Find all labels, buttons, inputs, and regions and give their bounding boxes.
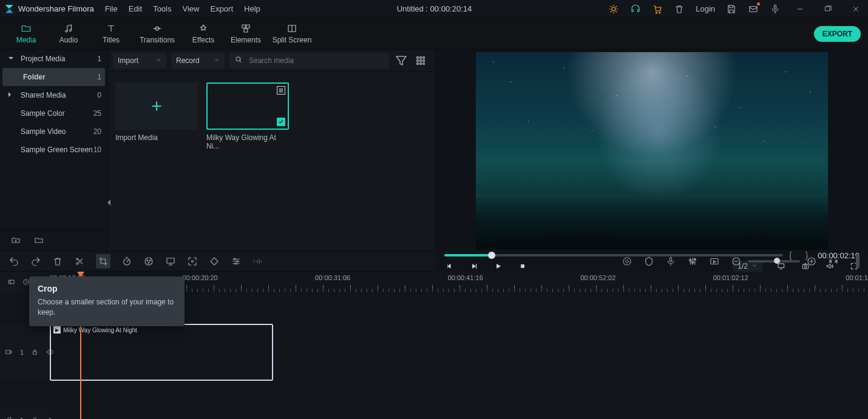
svg-point-33 [148, 262, 149, 263]
video-track: 1 ▶ Milky Way Glowing At Night [0, 324, 868, 381]
svg-rect-5 [826, 6, 830, 10]
menu-export[interactable]: Export [210, 4, 233, 13]
delete-icon[interactable] [52, 256, 63, 267]
menubar: File Edit Tools View Export Help [105, 4, 260, 13]
svg-point-17 [420, 59, 422, 61]
svg-point-15 [423, 56, 425, 58]
support-icon[interactable] [630, 4, 641, 15]
hint-icon[interactable] [608, 4, 619, 15]
clip-add-icon[interactable]: ⊞ [277, 86, 285, 95]
svg-rect-48 [9, 280, 14, 284]
menu-view[interactable]: View [182, 4, 199, 13]
speed-icon[interactable] [121, 256, 132, 267]
audio-sync-icon[interactable] [253, 256, 263, 267]
tab-elements[interactable]: Elements [225, 23, 267, 44]
svg-point-18 [423, 59, 425, 61]
tab-audio[interactable]: Audio [47, 23, 90, 44]
tab-titles[interactable]: Titles [90, 23, 132, 44]
svg-point-16 [417, 59, 419, 61]
media-sidebar: Project Media 1 Folder 1 Shared Media 0 … [0, 50, 108, 251]
clip-play-icon: ▶ [53, 326, 61, 334]
prev-frame-button[interactable] [444, 261, 455, 272]
app-logo-icon [5, 5, 13, 13]
svg-rect-50 [6, 350, 10, 353]
tab-split-label: Split Screen [273, 36, 312, 44]
record-dropdown[interactable]: Record [171, 53, 225, 69]
sidebar-collapse-button[interactable] [106, 198, 110, 207]
fit-timeline-icon[interactable] [828, 256, 839, 267]
chevron-down-icon [155, 56, 161, 65]
login-button[interactable]: Login [696, 4, 715, 13]
seek-bar[interactable] [444, 250, 783, 261]
tab-transitions[interactable]: Transitions [132, 23, 182, 44]
menu-file[interactable]: File [105, 4, 118, 13]
stop-button[interactable] [517, 261, 528, 272]
svg-point-21 [423, 62, 425, 64]
menu-help[interactable]: Help [244, 4, 260, 13]
sidebar-item-sample-color[interactable]: Sample Color 25 [0, 104, 107, 122]
media-panel: Project Media 1 Folder 1 Shared Media 0 … [0, 50, 436, 251]
tab-split-screen[interactable]: Split Screen [267, 23, 317, 44]
timeline-clip[interactable]: ▶ Milky Way Glowing At Night [50, 324, 273, 381]
play-button[interactable] [493, 261, 504, 272]
timeline-scrollbar-handle[interactable] [856, 255, 860, 268]
zoom-slider[interactable] [748, 260, 800, 263]
menu-tools[interactable]: Tools [153, 4, 171, 13]
color-icon[interactable] [143, 256, 154, 267]
timeline-collapse-icon[interactable] [7, 278, 16, 288]
svg-rect-9 [246, 25, 249, 28]
new-folder-icon[interactable] [11, 235, 21, 247]
svg-point-31 [147, 260, 148, 261]
media-grid: Import Media ⊞ Milky Way Glowing At Ni..… [108, 72, 435, 251]
sidebar-item-project-media[interactable]: Project Media 1 [0, 50, 107, 68]
svg-point-32 [149, 260, 151, 261]
import-media-cell[interactable]: Import Media [115, 82, 198, 150]
preview-stage[interactable] [436, 50, 868, 250]
mail-icon[interactable] [748, 4, 759, 15]
audio-track-index: 1 [20, 417, 24, 419]
mic-icon[interactable] [770, 4, 781, 15]
maximize-button[interactable] [819, 0, 836, 18]
filter-icon[interactable] [394, 53, 409, 68]
split-icon[interactable] [74, 256, 85, 267]
svg-point-1 [656, 12, 657, 13]
export-button[interactable]: EXPORT [814, 26, 861, 42]
sidebar-item-folder[interactable]: Folder 1 [2, 68, 105, 86]
svg-rect-3 [750, 6, 757, 12]
search-input[interactable] [248, 56, 384, 65]
menu-edit[interactable]: Edit [129, 4, 142, 13]
grid-view-icon[interactable] [413, 53, 428, 68]
green-screen-icon[interactable] [165, 256, 176, 267]
tooltip-crop: Crop Choose a smaller section of your im… [29, 277, 185, 326]
sidebar-item-sample-green-screen[interactable]: Sample Green Screen 10 [0, 141, 107, 159]
module-tabs: Media Audio Titles Transitions Effects E… [0, 18, 868, 50]
cart-icon[interactable] [652, 4, 663, 15]
svg-rect-22 [476, 264, 476, 269]
tooltip-title: Crop [38, 284, 176, 293]
document-title: Untitled : 00:00:20:14 [260, 4, 608, 13]
trash-icon[interactable] [674, 4, 685, 15]
undo-icon[interactable] [8, 256, 19, 267]
tab-effects[interactable]: Effects [182, 23, 225, 44]
tab-media-label: Media [16, 36, 36, 44]
lock-icon[interactable] [31, 416, 39, 420]
folder-icon[interactable] [34, 235, 44, 247]
minimize-button[interactable] [792, 0, 809, 18]
motion-tracking-icon[interactable] [187, 256, 198, 267]
media-clip[interactable]: ⊞ Milky Way Glowing At Ni... [206, 82, 289, 150]
close-button[interactable] [847, 0, 864, 18]
sidebar-item-sample-video[interactable]: Sample Video 20 [0, 122, 107, 141]
keyframe-icon[interactable] [209, 256, 220, 267]
sidebar-item-shared-media[interactable]: Shared Media 0 [0, 86, 107, 104]
zoom-in-icon[interactable] [806, 256, 817, 267]
adjust-icon[interactable] [231, 256, 242, 267]
tab-media[interactable]: Media [5, 23, 47, 44]
lock-icon[interactable] [31, 348, 39, 357]
preview-pane: { } 00:00:02:19 1/2 [436, 50, 868, 251]
redo-icon[interactable] [30, 256, 41, 267]
play-pause-button[interactable] [469, 261, 480, 272]
tab-titles-label: Titles [103, 36, 120, 44]
crop-icon[interactable] [96, 254, 110, 269]
save-icon[interactable] [726, 4, 737, 15]
import-dropdown[interactable]: Import [113, 53, 166, 69]
